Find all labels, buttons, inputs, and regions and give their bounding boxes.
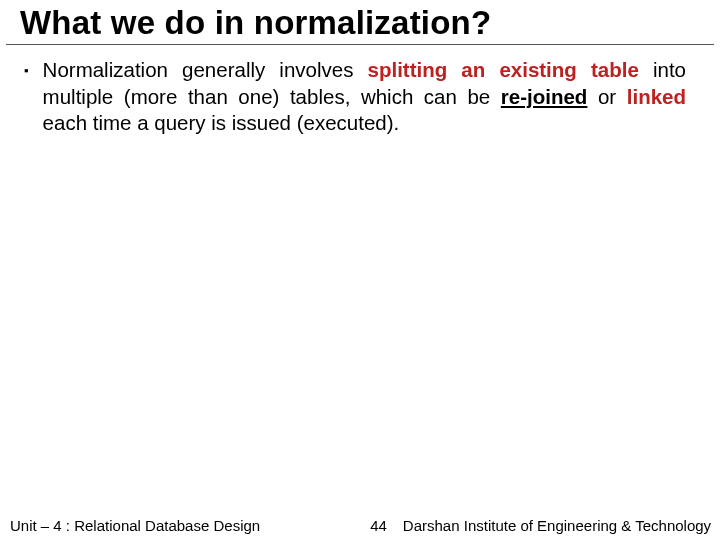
emphasis-underline: re-joined	[501, 85, 588, 108]
bullet-marker-icon: ▪	[24, 57, 29, 85]
title-block: What we do in normalization?	[6, 0, 714, 45]
footer-unit: Unit – 4 : Relational Database Design	[10, 517, 260, 534]
slide: What we do in normalization? ▪ Normaliza…	[0, 0, 720, 540]
emphasis-red: splitting an existing table	[368, 58, 639, 81]
text-segment: Normalization generally involves	[43, 58, 368, 81]
footer-page-number: 44	[370, 517, 387, 534]
text-segment: each time a query is issued (executed).	[43, 111, 400, 134]
bullet-text: Normalization generally involves splitti…	[43, 57, 686, 137]
bullet-item: ▪ Normalization generally involves split…	[34, 57, 686, 137]
text-segment: or	[587, 85, 626, 108]
footer: Unit – 4 : Relational Database Design 44…	[0, 517, 720, 534]
emphasis-red: linked	[627, 85, 686, 108]
content-area: ▪ Normalization generally involves split…	[0, 45, 720, 540]
slide-title: What we do in normalization?	[20, 4, 700, 42]
footer-institute: Darshan Institute of Engineering & Techn…	[403, 517, 711, 534]
